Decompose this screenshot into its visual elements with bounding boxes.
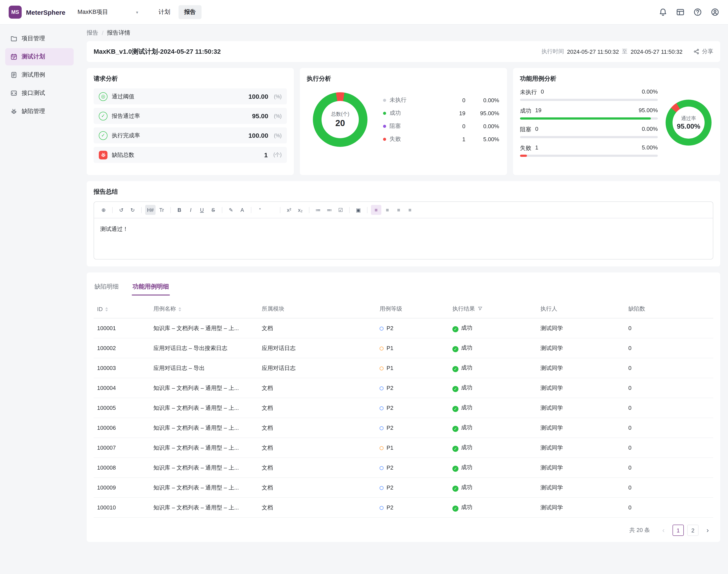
bar-count: 1: [535, 144, 538, 152]
redo-button[interactable]: ↻: [127, 205, 138, 215]
subscript-button[interactable]: x₂: [295, 205, 306, 215]
column-header[interactable]: 执行结果: [449, 300, 537, 318]
align-center-button[interactable]: ≡: [382, 205, 393, 215]
underline-button[interactable]: U: [197, 205, 207, 215]
cell-id: 100007: [93, 438, 150, 458]
legend-percent: 0.00%: [466, 123, 499, 129]
sort-icon[interactable]: [105, 307, 108, 312]
donut-center-value: 20: [335, 118, 345, 128]
align-left-button[interactable]: ≡: [371, 205, 381, 215]
exec-end-time: 2024-05-27 11:50:32: [631, 48, 683, 55]
pagination: 共 20 条 ‹ 12 ›: [93, 525, 713, 536]
font-style-button[interactable]: Tr: [156, 205, 167, 215]
request-metric-row: ✓报告通过率95.00(%): [93, 108, 287, 124]
cell-module: 应用对话日志: [258, 338, 376, 358]
level-label: P1: [387, 445, 394, 451]
avatar-icon[interactable]: [711, 8, 719, 16]
success-check-icon: ✓: [452, 426, 458, 432]
cell-defects: 0: [625, 318, 713, 338]
cell-level: P2: [376, 398, 449, 418]
cell-case-name[interactable]: 知识库 – 文档列表 – 通用型 – 上...: [150, 497, 258, 518]
legend-count: 1: [441, 136, 466, 142]
level-label: P2: [387, 385, 394, 391]
nav-tab-report[interactable]: 报告: [178, 5, 202, 19]
sidebar-item-bug[interactable]: 缺陷管理: [5, 103, 74, 120]
nav-tab-plan[interactable]: 计划: [153, 5, 176, 19]
insert-button[interactable]: ⊕: [98, 205, 109, 215]
bold-button[interactable]: B: [174, 205, 185, 215]
task-list-button[interactable]: ☑: [335, 205, 346, 215]
cell-defects: 0: [625, 438, 713, 458]
bell-icon[interactable]: [659, 8, 668, 16]
share-button[interactable]: 分享: [693, 48, 713, 55]
table-row[interactable]: 100001知识库 – 文档列表 – 通用型 – 上...文档P2✓成功测试同学…: [93, 318, 713, 338]
code-button[interactable]: [266, 205, 277, 215]
pagination-page-1[interactable]: 1: [673, 525, 684, 536]
ordered-list-button[interactable]: ≕: [324, 205, 334, 215]
report-summary-card: 报告总结 ⊕↺↻H#TrBIUS✎A“x²x₂≔≕☑▣≡≡≡≡ 测试通过！: [87, 181, 720, 266]
column-header[interactable]: ID: [93, 300, 150, 318]
request-metric-row: ✓执行完成率100.00(%): [93, 127, 287, 144]
case-analysis-card: 功能用例分析 未执行00.00%成功1995.00%阻塞00.00%失败15.0…: [513, 68, 720, 175]
board-icon[interactable]: [676, 8, 685, 16]
pagination-next-button[interactable]: ›: [702, 525, 713, 536]
table-row[interactable]: 100004知识库 – 文档列表 – 通用型 – 上...文档P2✓成功测试同学…: [93, 378, 713, 398]
table-row[interactable]: 100010知识库 – 文档列表 – 通用型 – 上...文档P2✓成功测试同学…: [93, 497, 713, 518]
pass-rate-donut-chart: 通过率 95.00%: [665, 99, 712, 146]
success-check-icon: ✓: [452, 366, 458, 372]
table-row[interactable]: 100009知识库 – 文档列表 – 通用型 – 上...文档P2✓成功测试同学…: [93, 478, 713, 497]
test-case-icon: [10, 72, 17, 78]
heading-button[interactable]: H#: [145, 205, 156, 215]
project-selector[interactable]: MaxKB项目 ▾: [73, 6, 143, 18]
sidebar-item-test-plan[interactable]: 测试计划: [5, 48, 74, 66]
bullet-list-button[interactable]: ≔: [313, 205, 323, 215]
cell-case-name[interactable]: 应用对话日志 – 导出搜索日志: [150, 338, 258, 358]
request-analysis-card: 请求分析 ◎通过阈值100.00(%)✓报告通过率95.00(%)✓执行完成率1…: [87, 68, 294, 175]
cell-case-name[interactable]: 知识库 – 文档列表 – 通用型 – 上...: [150, 318, 258, 338]
pagination-page-2[interactable]: 2: [687, 525, 698, 536]
sort-icon[interactable]: [178, 307, 181, 311]
legend-dot-icon: [383, 112, 386, 115]
editor-content[interactable]: 测试通过！: [94, 218, 713, 259]
table-row[interactable]: 100006知识库 – 文档列表 – 通用型 – 上...文档P2✓成功测试同学…: [93, 418, 713, 438]
cell-case-name[interactable]: 应用对话日志 – 导出: [150, 358, 258, 378]
superscript-button[interactable]: x²: [284, 205, 294, 215]
strikethrough-button[interactable]: S: [208, 205, 218, 215]
tab-case-detail[interactable]: 功能用例明细: [132, 279, 170, 295]
highlight-button[interactable]: ✎: [226, 205, 236, 215]
align-right-button[interactable]: ≡: [394, 205, 404, 215]
filter-icon[interactable]: [478, 306, 483, 311]
cell-case-name[interactable]: 知识库 – 文档列表 – 通用型 – 上...: [150, 398, 258, 418]
table-row[interactable]: 100005知识库 – 文档列表 – 通用型 – 上...文档P2✓成功测试同学…: [93, 398, 713, 418]
sidebar-item-test-case[interactable]: 测试用例: [5, 66, 74, 84]
table-row[interactable]: 100007知识库 – 文档列表 – 通用型 – 上...文档P1✓成功测试同学…: [93, 438, 713, 458]
embed-button[interactable]: ▣: [353, 205, 364, 215]
pagination-prev-button[interactable]: ‹: [658, 525, 669, 536]
table-row[interactable]: 100008知识库 – 文档列表 – 通用型 – 上...文档P2✓成功测试同学…: [93, 458, 713, 478]
sidebar-item-project[interactable]: 项目管理: [5, 30, 74, 47]
cell-case-name[interactable]: 知识库 – 文档列表 – 通用型 – 上...: [150, 418, 258, 438]
quote-button[interactable]: “: [255, 205, 265, 215]
tab-defect-detail[interactable]: 缺陷明细: [93, 279, 120, 295]
cell-executor: 测试同学: [537, 378, 625, 398]
undo-button[interactable]: ↺: [116, 205, 126, 215]
align-justify-button[interactable]: ≡: [405, 205, 415, 215]
cell-case-name[interactable]: 知识库 – 文档列表 – 通用型 – 上...: [150, 458, 258, 478]
cell-case-name[interactable]: 知识库 – 文档列表 – 通用型 – 上...: [150, 378, 258, 398]
bar-fill: [520, 155, 527, 157]
cell-case-name[interactable]: 知识库 – 文档列表 – 通用型 – 上...: [150, 478, 258, 497]
sidebar-item-api-test[interactable]: 接口测试: [5, 84, 74, 102]
breadcrumb-reports[interactable]: 报告: [87, 29, 98, 37]
cell-module: 文档: [258, 398, 376, 418]
cell-id: 100005: [93, 398, 150, 418]
font-color-button[interactable]: A: [237, 205, 247, 215]
level-label: P2: [387, 464, 394, 471]
column-header[interactable]: 用例名称: [150, 300, 258, 318]
cell-case-name[interactable]: 知识库 – 文档列表 – 通用型 – 上...: [150, 438, 258, 458]
table-row[interactable]: 100002应用对话日志 – 导出搜索日志应用对话日志P1✓成功测试同学0: [93, 338, 713, 358]
italic-button[interactable]: I: [186, 205, 196, 215]
bar-label: 失败: [520, 144, 531, 152]
help-icon[interactable]: [693, 8, 702, 16]
metric-value: 95.00: [252, 112, 268, 120]
table-row[interactable]: 100003应用对话日志 – 导出应用对话日志P1✓成功测试同学0: [93, 358, 713, 378]
